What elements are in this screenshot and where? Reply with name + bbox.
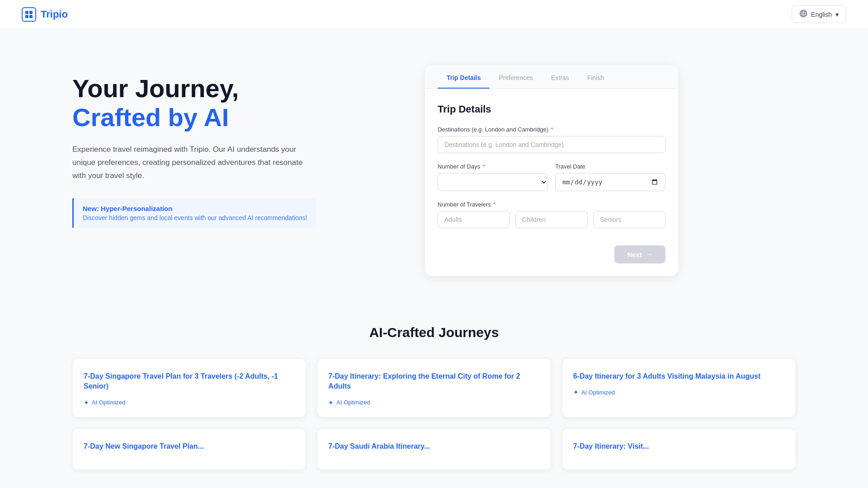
hero-section: Your Journey, Crafted by AI Experience t… [72,65,389,228]
banner-title: New: Hyper-Personalization [83,205,307,212]
days-label: Number of Days * [438,163,548,170]
destinations-label: Destinations (e.g. London and Cambridge)… [438,126,665,133]
ai-badge-2: ✦ AI Optimized [328,399,539,406]
travelers-group: Number of Travelers * [438,201,665,228]
journey-card-3[interactable]: 6-Day Itinerary for 3 Adults Visiting Ma… [562,358,796,418]
svg-rect-2 [25,15,28,18]
travel-date-group: Travel Date [555,163,665,191]
destinations-input[interactable] [438,136,665,153]
tab-preferences[interactable]: Preferences [490,65,542,89]
days-select[interactable]: 1 2 3 4 5 6 7 8 9 10 14 21 [438,173,548,191]
journey-card-partial-1[interactable]: 7-Day New Singapore Travel Plan... [72,428,306,470]
days-group: Number of Days * 1 2 3 4 5 6 7 8 9 [438,163,548,191]
spark-icon-3: ✦ [573,389,579,396]
bottom-section: AI-Crafted Journeys 7-Day Singapore Trav… [0,303,868,488]
journey-cards-partial-row: 7-Day New Singapore Travel Plan... 7-Day… [72,428,796,470]
logo-text: Tripio [41,9,68,20]
travelers-inputs-row [438,211,665,228]
tab-extras[interactable]: Extras [542,65,578,89]
globe-icon [799,9,807,19]
travelers-label: Number of Travelers * [438,201,665,208]
ai-badge-3: ✦ AI Optimized [573,389,784,396]
feature-banner: New: Hyper-Personalization Discover hidd… [72,198,316,228]
journeys-section-title: AI-Crafted Journeys [72,325,796,340]
form-section-title: Trip Details [438,103,665,115]
journey-card-2-title: 7-Day Itinerary: Exploring the Eternal C… [328,371,539,392]
logo[interactable]: Tripio [22,7,68,22]
next-label: Next [627,251,642,258]
trip-form-card: Trip Details Preferences Extras Finish T… [425,65,678,276]
journey-cards-row: 7-Day Singapore Travel Plan for 3 Travel… [72,358,796,418]
next-button[interactable]: Next → [614,245,665,263]
language-selector[interactable]: English ▾ [792,5,846,23]
form-tabs: Trip Details Preferences Extras Finish [425,65,678,89]
language-label: English [811,11,832,18]
journey-card-3-title: 6-Day Itinerary for 3 Adults Visiting Ma… [573,371,784,381]
tab-trip-details[interactable]: Trip Details [438,65,490,89]
journey-card-partial-2[interactable]: 7-Day Saudi Arabia Itinerary... [317,428,551,470]
travel-date-input[interactable] [555,173,665,191]
children-input[interactable] [515,211,588,228]
travel-date-label: Travel Date [555,163,665,170]
svg-rect-3 [29,15,33,18]
hero-title-line2: Crafted by AI [72,103,229,131]
tab-finish[interactable]: Finish [578,65,613,89]
destinations-required: * [551,126,553,133]
days-date-row: Number of Days * 1 2 3 4 5 6 7 8 9 [438,163,665,201]
form-body: Trip Details Destinations (e.g. London a… [425,89,678,276]
journey-card-1-title: 7-Day Singapore Travel Plan for 3 Travel… [84,371,295,392]
journey-card-partial-3-title: 7-Day Itinerary: Visit... [573,441,784,451]
form-footer: Next → [438,238,665,263]
ai-badge-1: ✦ AI Optimized [84,399,295,406]
destinations-group: Destinations (e.g. London and Cambridge)… [438,126,665,153]
seniors-input[interactable] [593,211,665,228]
svg-rect-0 [25,11,28,14]
adults-input[interactable] [438,211,510,228]
chevron-down-icon: ▾ [835,11,839,18]
spark-icon-1: ✦ [84,399,89,406]
journey-card-partial-2-title: 7-Day Saudi Arabia Itinerary... [328,441,539,451]
hero-description: Experience travel reimagined with Tripio… [72,143,307,183]
spark-icon-2: ✦ [328,399,334,406]
journey-card-partial-1-title: 7-Day New Singapore Travel Plan... [84,441,295,451]
journey-card-2[interactable]: 7-Day Itinerary: Exploring the Eternal C… [317,358,551,418]
journey-card-1[interactable]: 7-Day Singapore Travel Plan for 3 Travel… [72,358,306,418]
banner-subtitle: Discover hidden gems and local events wi… [83,214,307,221]
svg-rect-1 [29,11,33,14]
journey-card-partial-3[interactable]: 7-Day Itinerary: Visit... [562,428,796,470]
arrow-icon: → [646,250,653,258]
hero-title-line1: Your Journey, [72,74,239,103]
logo-icon [22,7,36,22]
